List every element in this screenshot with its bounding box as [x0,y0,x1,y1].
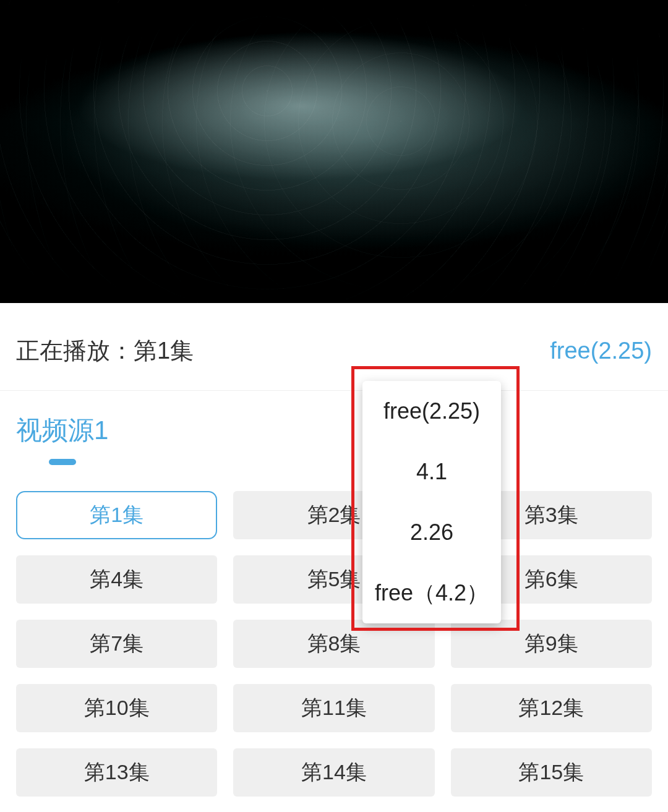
episode-button[interactable]: 第1集 [16,491,217,539]
episode-button[interactable]: 第15集 [451,748,652,797]
video-player[interactable] [0,0,668,303]
episode-button[interactable]: 第13集 [16,748,217,797]
source-selector-link[interactable]: free(2.25) [550,338,652,364]
source-option[interactable]: free(2.25) [362,381,501,442]
episode-button[interactable]: 第10集 [16,684,217,732]
divider [0,303,668,314]
source-option[interactable]: free（4.2） [362,563,501,623]
now-playing-label: 正在播放：第1集 [16,335,194,367]
episode-button[interactable]: 第14集 [233,748,434,797]
source-dropdown[interactable]: free(2.25) 4.1 2.26 free（4.2） [362,381,501,623]
episode-grid: 第1集 第2集 第3集 第4集 第5集 第6集 第7集 第8集 第9集 第10集… [0,491,668,797]
episode-button[interactable]: 第11集 [233,684,434,732]
episode-button[interactable]: 第7集 [16,620,217,668]
info-bar: 正在播放：第1集 free(2.25) [0,314,668,391]
episode-button[interactable]: 第9集 [451,620,652,668]
source-option[interactable]: 4.1 [362,442,501,502]
video-frame-still [0,0,668,303]
episode-button[interactable]: 第8集 [233,620,434,668]
episode-button[interactable]: 第4集 [16,555,217,604]
tab-label: 视频源1 [16,413,108,448]
source-tabs: 视频源1 [0,391,668,491]
source-option[interactable]: 2.26 [362,502,501,563]
tab-underline [49,459,76,465]
tab-video-source-1[interactable]: 视频源1 [16,413,108,465]
episode-button[interactable]: 第12集 [451,684,652,732]
